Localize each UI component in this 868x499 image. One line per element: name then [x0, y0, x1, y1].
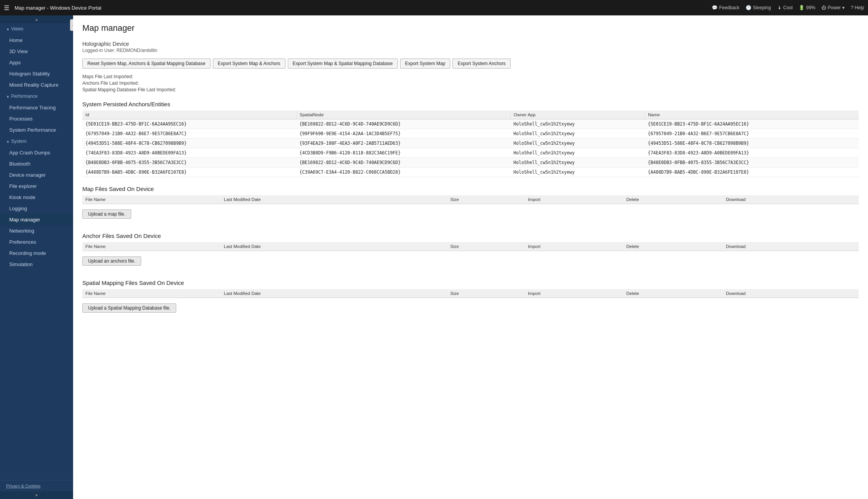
export-map-anchors-button[interactable]: Export System Map & Anchors [213, 59, 285, 69]
col-header-ownerapp: Owner App [510, 111, 644, 119]
table-cell-spatial_node: {4CD3B8D9-F9B6-4120-8118-882C3A6C19FE} [296, 148, 510, 158]
sidebar-item-system-performance[interactable]: System Performance [0, 124, 73, 136]
export-map-spatial-button[interactable]: Export System Map & Spatial Mapping Data… [288, 59, 398, 69]
sidebar-item-hologram-stability[interactable]: Hologram Stability [0, 68, 73, 79]
table-cell-owner_app: HoloShell_cw5n1h2txyewy [510, 119, 644, 129]
reset-button[interactable]: Reset System Map, Anchors & Spatial Mapp… [82, 59, 210, 69]
map-col-filename: File Name [82, 195, 221, 204]
spatial-file-info: Spatial Mapping Database File Last Impor… [82, 87, 859, 92]
sidebar-section-views[interactable]: Views [0, 23, 73, 35]
help-button[interactable]: ? Help [851, 5, 864, 10]
sidebar: ▲ ◀ Views Home 3D View Apps Hologram Sta… [0, 15, 73, 499]
anchor-col-download: Download [723, 242, 859, 251]
table-cell-spatial_node: {C39A69C7-E3A4-4120-B822-C068CCA5BD28} [296, 167, 510, 177]
anchors-table-body: {5E01CE19-BB23-475D-BF1C-6A24AA95EC16}{B… [82, 119, 859, 177]
maps-file-info: Maps File Last Imported: [82, 74, 859, 79]
sidebar-item-3dview[interactable]: 3D View [0, 46, 73, 57]
sidebar-item-preferences[interactable]: Preferences [0, 236, 73, 248]
spatial-files-table: File Name Last Modified Date Size Import… [82, 289, 859, 298]
sidebar-section-performance[interactable]: Performance [0, 90, 73, 102]
map-col-download: Download [723, 195, 859, 204]
sidebar-item-processes[interactable]: Processes [0, 113, 73, 124]
map-col-size: Size [447, 195, 525, 204]
table-row: {74EA3F83-83D8-4923-A8D9-A0BEDE09FA13}{4… [82, 148, 859, 158]
anchors-file-info: Anchors File Last Imported: [82, 80, 859, 86]
table-cell-owner_app: HoloShell_cw5n1h2txyewy [510, 129, 644, 139]
sidebar-bottom: Privacy & Cookies [0, 480, 73, 491]
table-cell-owner_app: HoloShell_cw5n1h2txyewy [510, 148, 644, 158]
table-cell-owner_app: HoloShell_cw5n1h2txyewy [510, 167, 644, 177]
sidebar-item-device-manager[interactable]: Device manager [0, 169, 73, 181]
sidebar-item-networking[interactable]: Networking [0, 225, 73, 236]
table-row: {49453D51-588E-48F4-8C78-CB627098B9B9}{9… [82, 139, 859, 148]
sidebar-item-home[interactable]: Home [0, 35, 73, 46]
table-cell-owner_app: HoloShell_cw5n1h2txyewy [510, 158, 644, 167]
sidebar-scroll-up[interactable]: ▲ [0, 15, 73, 23]
sidebar-item-simulation[interactable]: Simulation [0, 259, 73, 270]
sidebar-item-app-crash-dumps[interactable]: App Crash Dumps [0, 147, 73, 158]
anchor-files-table: File Name Last Modified Date Size Import… [82, 242, 859, 251]
anchor-files-table-header: File Name Last Modified Date Size Import… [82, 242, 859, 251]
sidebar-item-kiosk-mode[interactable]: Kiosk mode [0, 192, 73, 203]
export-anchors-button[interactable]: Export System Anchors [452, 59, 511, 69]
sidebar-item-map-manager[interactable]: Map manager [0, 214, 73, 225]
sidebar-item-file-explorer[interactable]: File explorer [0, 181, 73, 192]
anchors-section-heading: System Persisted Anchors/Entities [82, 101, 859, 107]
table-cell-spatial_node: {BE169822-8D12-4C6D-9C4D-740AE9CD9C6D} [296, 158, 510, 167]
table-cell-owner_app: HoloShell_cw5n1h2txyewy [510, 139, 644, 148]
sidebar-item-mixed-reality-capture[interactable]: Mixed Reality Capture [0, 79, 73, 90]
table-row: {B48E0DB3-0FBB-4075-8355-3B56C7A3E3CC}{B… [82, 158, 859, 167]
privacy-cookies-link[interactable]: Privacy & Cookies [6, 484, 40, 488]
upload-anchors-button[interactable]: Upload an anchors file. [82, 256, 141, 266]
spatial-col-delete: Delete [623, 289, 723, 298]
feedback-button[interactable]: 💬 Feedback [712, 5, 739, 10]
anchors-table-header: Id SpatialNode Owner App Name [82, 111, 859, 119]
table-cell-id: {5E01CE19-BB23-475D-BF1C-6A24AA95EC16} [82, 119, 296, 129]
hamburger-icon[interactable]: ☰ [4, 4, 9, 12]
titlebar: ☰ Map manager - Windows Device Portal 💬 … [0, 0, 868, 15]
table-row: {A488D7B9-BAB5-4DBC-890E-B32A6FE107E8}{C… [82, 167, 859, 177]
sidebar-scroll-down[interactable]: ▼ [0, 491, 73, 499]
anchor-col-filename: File Name [82, 242, 221, 251]
power-button[interactable]: ⏻ Power ▾ [821, 5, 845, 10]
sidebar-item-apps[interactable]: Apps [0, 57, 73, 68]
sleeping-icon: 🕐 [746, 5, 751, 10]
table-cell-id: {74EA3F83-83D8-4923-A8D9-A0BEDE09FA13} [82, 148, 296, 158]
sidebar-item-recording-mode[interactable]: Recording mode [0, 248, 73, 259]
anchor-col-delete: Delete [623, 242, 723, 251]
power-icon: ⏻ [821, 5, 826, 10]
logged-in-user: Logged-in User: REDMOND/ambillin [82, 48, 859, 53]
table-cell-name: {49453D51-588E-48F4-8C78-CB627098B9B9} [645, 139, 859, 148]
spatial-col-filename: File Name [82, 289, 221, 298]
export-map-button[interactable]: Export System Map [400, 59, 451, 69]
col-header-spatialnode: SpatialNode [296, 111, 510, 119]
anchors-table: Id SpatialNode Owner App Name {5E01CE19-… [82, 111, 859, 177]
anchor-col-size: Size [447, 242, 525, 251]
spatial-col-import: Import [525, 289, 623, 298]
action-buttons: Reset System Map, Anchors & Spatial Mapp… [82, 59, 859, 69]
main-layout: ▲ ◀ Views Home 3D View Apps Hologram Sta… [0, 15, 868, 499]
battery-icon: 🔋 [799, 5, 805, 10]
page-title: Map manager [82, 23, 859, 33]
upload-map-button[interactable]: Upload a map file. [82, 209, 131, 219]
table-cell-id: {67957049-21B0-4A32-B6E7-9E57CB6E8A7C} [82, 129, 296, 139]
upload-spatial-button[interactable]: Upload a Spatial Mapping Database file. [82, 303, 176, 313]
sidebar-item-bluetooth[interactable]: Bluetooth [0, 158, 73, 169]
table-cell-name: {5E01CE19-BB23-475D-BF1C-6A24AA95EC16} [645, 119, 859, 129]
sidebar-item-performance-tracing[interactable]: Performance Tracing [0, 102, 73, 113]
map-files-heading: Map Files Saved On Device [82, 186, 859, 192]
map-files-table: File Name Last Modified Date Size Import… [82, 195, 859, 204]
col-header-id: Id [82, 111, 296, 119]
anchor-col-modified: Last Modified Date [221, 242, 447, 251]
sidebar-item-logging[interactable]: Logging [0, 203, 73, 214]
col-header-name: Name [645, 111, 859, 119]
anchor-col-import: Import [525, 242, 623, 251]
map-col-delete: Delete [623, 195, 723, 204]
sidebar-section-system[interactable]: System [0, 136, 73, 147]
table-cell-id: {B48E0DB3-0FBB-4075-8355-3B56C7A3E3CC} [82, 158, 296, 167]
anchor-files-heading: Anchor Files Saved On Device [82, 233, 859, 239]
spatial-col-download: Download [723, 289, 859, 298]
table-cell-spatial_node: {93F4EA29-108F-4EA3-A0F2-2AB5711AED63} [296, 139, 510, 148]
feedback-icon: 💬 [712, 5, 718, 10]
sidebar-collapse-button[interactable]: ◀ [70, 19, 73, 31]
